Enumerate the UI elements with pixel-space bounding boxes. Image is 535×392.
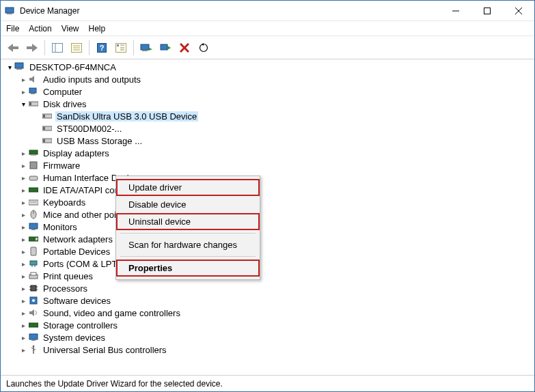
toolbar-separator	[44, 40, 45, 55]
tree-row[interactable]: ▸ Ports (COM & LPT)	[2, 257, 533, 270]
expand-icon[interactable]: ▸	[18, 297, 28, 305]
category-label: Ports (COM & LPT)	[42, 259, 122, 269]
category-label: Disk drives	[42, 99, 88, 109]
context-separator	[120, 256, 256, 257]
tree-row[interactable]: ST500DM002-...	[2, 122, 533, 135]
minimize-button[interactable]	[440, 1, 471, 21]
expand-icon[interactable]: ▾	[18, 100, 28, 108]
tree-row[interactable]: ▸ Software devices	[2, 294, 533, 307]
mouse-icon	[28, 210, 39, 219]
tree-row[interactable]: ▸ System devices	[2, 331, 533, 344]
expand-icon[interactable]: ▸	[18, 150, 28, 157]
action-list-button[interactable]	[113, 40, 129, 56]
category-label: System devices	[42, 333, 107, 343]
category-label: Storage controllers	[42, 320, 119, 331]
expand-icon[interactable]: ▸	[18, 174, 28, 182]
tree-row[interactable]: ▸ Mice and other pointing devices	[2, 208, 533, 221]
svg-rect-3	[484, 8, 491, 14]
expand-icon[interactable]: ▸	[18, 248, 28, 255]
expand-icon[interactable]: ▸	[18, 223, 28, 231]
context-scan-hardware[interactable]: Scan for hardware changes	[116, 236, 260, 253]
tree-row[interactable]: ▸ Universal Serial Bus controllers	[2, 344, 533, 356]
update-driver-button[interactable]	[138, 40, 154, 56]
system-device-icon	[28, 333, 39, 342]
tree-row[interactable]: USB Mass Storage ...	[2, 135, 533, 147]
context-properties[interactable]: Properties	[116, 260, 260, 277]
tree-row[interactable]: ▸ Portable Devices	[2, 245, 533, 257]
category-label: Universal Serial Bus controllers	[42, 345, 168, 355]
disk-icon	[28, 99, 39, 109]
expand-icon[interactable]: ▸	[18, 211, 28, 219]
svg-marker-69	[29, 309, 34, 316]
expand-icon[interactable]: ▸	[18, 272, 28, 280]
context-uninstall-device[interactable]: Uninstall device	[116, 213, 260, 230]
tree-row[interactable]: ▸ Computer	[2, 85, 533, 98]
tree-row[interactable]: ▸ Monitors	[2, 221, 533, 233]
status-bar: Launches the Update Driver Wizard for th…	[1, 375, 534, 391]
svg-rect-71	[29, 334, 38, 339]
status-text: Launches the Update Driver Wizard for th…	[6, 379, 223, 389]
context-update-driver[interactable]: Update driver	[116, 179, 260, 196]
device-label: SanDisk Ultra USB 3.0 USB Device	[55, 111, 198, 122]
expand-icon[interactable]: ▸	[18, 285, 28, 292]
svg-rect-46	[29, 176, 38, 180]
expand-icon[interactable]: ▸	[18, 346, 28, 354]
expand-icon[interactable]: ▸	[18, 322, 28, 329]
context-disable-device[interactable]: Disable device	[116, 196, 260, 213]
tree-row[interactable]: ▾ Disk drives	[2, 98, 533, 110]
svg-rect-33	[29, 88, 36, 93]
svg-rect-34	[31, 93, 35, 94]
expand-icon[interactable]: ▸	[18, 76, 28, 83]
category-label: Software devices	[42, 296, 112, 306]
help-button[interactable]: ?	[94, 40, 110, 56]
tree-row[interactable]: ▸ Storage controllers	[2, 319, 533, 331]
scan-hardware-button[interactable]	[157, 40, 174, 56]
svg-rect-45	[30, 162, 37, 169]
tree-row[interactable]: ▸ IDE ATA/ATAPI controllers	[2, 184, 533, 196]
tree-row[interactable]: ▸ Keyboards	[2, 196, 533, 208]
monitor-icon	[28, 222, 39, 232]
menu-help[interactable]: Help	[89, 24, 106, 33]
maximize-button[interactable]	[471, 1, 503, 21]
expand-icon[interactable]: ▸	[18, 199, 28, 206]
menu-view[interactable]: View	[61, 24, 79, 33]
tree-row[interactable]: ▸ Firmware	[2, 159, 533, 171]
nav-forward-button[interactable]	[24, 40, 40, 56]
expand-icon[interactable]: ▸	[18, 186, 28, 194]
tree-row[interactable]: ▸ Display adapters	[2, 147, 533, 159]
category-label: Keyboards	[42, 197, 87, 208]
expand-icon[interactable]: ▸	[18, 88, 28, 96]
refresh-button[interactable]	[195, 40, 212, 56]
expand-icon[interactable]: ▸	[18, 162, 28, 169]
device-tree[interactable]: ▾ DESKTOP-6F4MNCA ▸ Audio inputs and out…	[1, 59, 534, 373]
menu-file[interactable]: File	[6, 24, 19, 33]
uninstall-button[interactable]	[176, 40, 193, 56]
nav-back-button[interactable]	[5, 40, 21, 56]
expand-icon[interactable]: ▸	[18, 236, 28, 243]
category-label: Monitors	[42, 222, 79, 232]
svg-rect-53	[31, 229, 36, 230]
firmware-icon	[28, 160, 39, 170]
category-label: Network adapters	[42, 234, 114, 244]
tree-row[interactable]: ▸ Print queues	[2, 270, 533, 282]
tree-root-row[interactable]: ▾ DESKTOP-6F4MNCA	[2, 61, 533, 73]
show-hide-tree-button[interactable]	[49, 40, 66, 56]
hid-icon	[28, 173, 39, 182]
expand-icon[interactable]: ▸	[18, 309, 28, 317]
menu-action[interactable]: Action	[29, 24, 51, 33]
svg-rect-1	[7, 13, 12, 14]
close-button[interactable]	[503, 1, 534, 21]
toolbar-separator	[133, 40, 134, 55]
expand-icon[interactable]: ▾	[5, 64, 14, 71]
tree-row[interactable]: ▸ Human Interface Devices	[2, 171, 533, 184]
properties-button[interactable]	[68, 40, 85, 56]
svg-rect-72	[31, 339, 36, 341]
tree-row-selected[interactable]: SanDisk Ultra USB 3.0 USB Device	[2, 110, 533, 122]
expand-icon[interactable]: ▸	[18, 260, 28, 268]
tree-row[interactable]: ▸ Processors	[2, 282, 533, 294]
expand-icon[interactable]: ▸	[18, 334, 28, 341]
tree-row[interactable]: ▸ Sound, video and game controllers	[2, 307, 533, 319]
tree-row[interactable]: ▸ Network adapters	[2, 233, 533, 245]
svg-point-68	[32, 299, 35, 302]
tree-row[interactable]: ▸ Audio inputs and outputs	[2, 73, 533, 85]
